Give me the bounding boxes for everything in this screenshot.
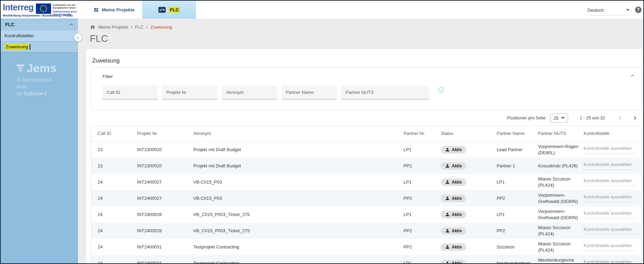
call-id-filter-input[interactable] (103, 86, 158, 99)
cell-akronym: Projekt mit Draft Budget (193, 163, 403, 168)
cell-projekt-nr: INT2400028 (137, 228, 193, 233)
chevron-up-icon (69, 22, 74, 27)
cell-call-id: 24 (98, 228, 137, 233)
cell-call-id: 23 (98, 147, 137, 152)
kontrollstelle-select[interactable]: Kontrollstelle auswählen (584, 146, 635, 154)
cell-projekt-nr: INT2300020 (137, 163, 193, 168)
page-title: FLC (90, 33, 643, 44)
cell-status: Aktiv (441, 260, 497, 264)
cell-partner-name: Neubrandenburg (497, 261, 538, 264)
status-badge: Aktiv (441, 146, 466, 154)
table-body: 23 INT2300020 Projekt mit Draft Budget L… (91, 141, 641, 264)
sidebar-item-label: Zuweisung (4, 44, 29, 50)
breadcrumb-item[interactable]: Meine Projekte (98, 25, 128, 30)
breadcrumb: Meine Projekte / FLC / Zuweisung (90, 24, 643, 30)
page-size-select[interactable]: 25 (550, 114, 568, 123)
cell-kontrollstelle: Kontrollstelle auswählen (584, 178, 641, 186)
status-badge: Aktiv (441, 211, 466, 218)
cell-partner-nr: PP2 (403, 244, 441, 250)
column-header-partner-nr: Partner Nr. (403, 131, 441, 136)
eu-flag-icon (36, 3, 51, 14)
help-icon[interactable]: ? (635, 7, 642, 13)
partner-nuts-filter-input[interactable] (341, 86, 429, 99)
chevron-right-icon (632, 115, 637, 121)
status-label: Aktiv (452, 180, 462, 185)
kontrollstelle-select[interactable]: Kontrollstelle auswählen (584, 227, 635, 235)
sidebar-item-kontrollstellen[interactable]: Kontrollstellen (1, 30, 78, 41)
nav-tab-flc[interactable]: FLC (142, 1, 196, 19)
kontrollstelle-select[interactable]: Kontrollstelle auswählen (584, 194, 635, 202)
kontrollstelle-select[interactable]: Kontrollstelle auswählen (584, 178, 635, 186)
cell-status: Aktiv (441, 243, 497, 251)
main-nav: Meine Projekte FLC (86, 1, 196, 19)
status-label: Aktiv (452, 261, 462, 264)
cell-partner-name: Lead Partner (497, 147, 538, 152)
chevron-down-icon (561, 117, 565, 119)
language-selector[interactable]: Deutsch (587, 8, 630, 16)
cell-partner-name: Szczecin (497, 244, 538, 250)
column-header-call-id: Call ID (98, 131, 137, 136)
person-icon (445, 147, 450, 152)
dashboard-icon (94, 7, 99, 12)
chevron-left-icon (76, 36, 80, 40)
next-page-button[interactable] (632, 115, 637, 121)
cell-status: Aktiv (441, 195, 497, 202)
chevron-down-icon (626, 9, 630, 11)
cell-partner-nuts: Miasto Szczecin (PL424) (538, 225, 584, 237)
status-label: Aktiv (452, 245, 462, 250)
kontrollstelle-select[interactable]: Kontrollstelle auswählen (584, 259, 635, 264)
nav-tab-meine-projekte[interactable]: Meine Projekte (86, 1, 142, 19)
cell-akronym: Testprojekt Contracting (193, 261, 403, 264)
info-icon[interactable]: i (438, 87, 444, 93)
flc-tasks-icon (158, 7, 166, 13)
kontrollstelle-select[interactable]: Kontrollstelle auswählen (584, 211, 635, 218)
cell-partner-nr: PP2 (403, 228, 441, 233)
table-row: 24 INT2400031 Testprojekt Contracting PP… (91, 239, 641, 255)
breadcrumb-item[interactable]: FLC (135, 25, 144, 30)
column-header-partner-nuts: Partner NUTS (538, 130, 584, 137)
kontrollstelle-select[interactable]: Kontrollstelle auswählen (584, 162, 635, 170)
sidebar-section-label: FLC (5, 22, 14, 27)
language-value: Deutsch (587, 8, 604, 13)
cell-call-id: 24 (98, 244, 137, 250)
cell-call-id: 24 (98, 179, 137, 185)
items-per-page-label: Positionen pro Seite: (507, 116, 547, 120)
content-panel: Zuweisung Filter i (86, 49, 643, 263)
breadcrumb-separator: / (131, 25, 133, 30)
top-bar: Interreg Kofinanziert von der Europäisch… (1, 1, 643, 19)
sidebar-collapse-button[interactable] (74, 34, 82, 41)
table-row: 24 INT2400027 VB-C015_P03 PP2 Aktiv PP2 … (91, 190, 641, 206)
cell-partner-nuts: Mecklenburgische Seenplatte (DE80J) (538, 257, 584, 264)
cell-partner-nuts: Miasto Szczecin (PL424) (538, 241, 584, 253)
cell-kontrollstelle: Kontrollstelle auswählen (584, 259, 641, 264)
sidebar-section-flc[interactable]: FLC (1, 19, 78, 30)
person-icon (445, 164, 450, 168)
cell-akronym: VB_C015_P003_Ticket_275 (193, 212, 403, 217)
cell-kontrollstelle: Kontrollstelle auswählen (584, 194, 641, 202)
sidebar-item-zuweisung[interactable]: Zuweisung (1, 41, 78, 52)
programme-region-label: Mecklenburg-Vorpommern / Brandenburg / P… (3, 14, 72, 17)
akronym-filter-input[interactable] (222, 86, 277, 99)
breadcrumb-current: Zuweisung (150, 25, 172, 30)
column-header-kontrollstelle: Kontrollstelle (584, 131, 641, 136)
cell-kontrollstelle: Kontrollstelle auswählen (584, 227, 641, 235)
partner-name-filter-input[interactable] (282, 86, 337, 99)
nav-tab-label: Meine Projekte (102, 7, 135, 12)
cell-projekt-nr: INT2400027 (137, 179, 193, 185)
prev-page-button[interactable] (617, 115, 623, 121)
jems-tagline: A harmonised tool by Interact (17, 77, 62, 97)
sidebar-footer: Jems A harmonised tool by Interact (1, 52, 78, 263)
table-row: 23 INT2300020 Projekt mit Draft Budget P… (91, 158, 641, 174)
kontrollstelle-select[interactable]: Kontrollstelle auswählen (584, 243, 635, 251)
table-row: 23 INT2300020 Projekt mit Draft Budget L… (91, 141, 641, 158)
cell-call-id: 23 (98, 163, 137, 168)
cell-partner-name: PP2 (497, 196, 538, 201)
page-size-value: 25 (554, 116, 558, 121)
cell-partner-nr: PP2 (403, 163, 441, 168)
table-row: 24 INT2400027 VB-C015_P03 LP1 Aktiv LP1 … (91, 174, 641, 190)
projekt-nr-filter-input[interactable] (162, 86, 217, 99)
interreg-logo: Interreg Kofinanziert von der Europäisch… (1, 1, 78, 19)
jems-logo: Jems A harmonised tool by Interact (17, 62, 62, 97)
filter-collapse-button[interactable] (630, 73, 635, 79)
topbar-right: Deutsch ? (587, 1, 643, 19)
